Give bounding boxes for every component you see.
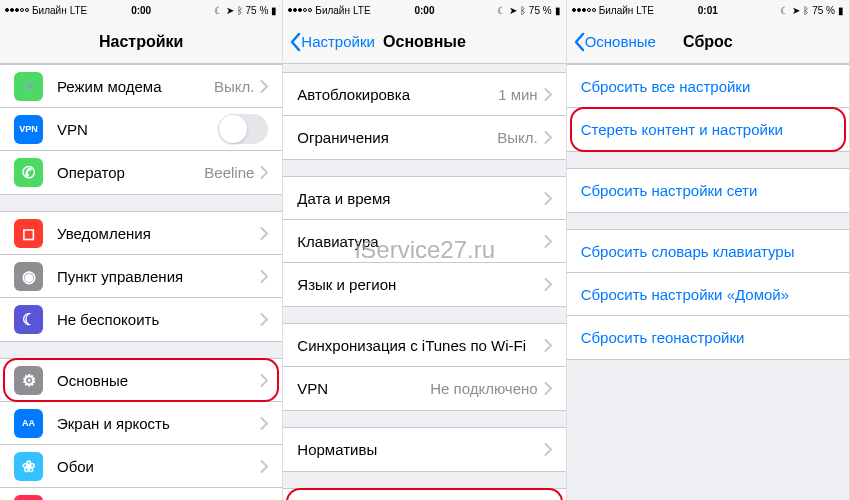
row-label: Стереть контент и настройки	[581, 121, 783, 138]
battery-pct: 75 %	[812, 5, 835, 16]
chevron-right-icon	[544, 131, 552, 144]
settings-row[interactable]: Язык и регион	[283, 263, 565, 306]
navbar: Основные Сброс	[567, 20, 849, 64]
row-label: Язык и регион	[297, 276, 543, 293]
row-label: Пункт управления	[57, 268, 260, 285]
chevron-right-icon	[544, 88, 552, 101]
action-row[interactable]: Сбросить все настройки	[567, 65, 849, 108]
settings-row[interactable]: VPNVPN	[0, 108, 282, 151]
group: ⚙ОсновныеAAЭкран и яркость❀Обои♪Звуки◉To…	[0, 358, 282, 500]
row-label: Не беспокоить	[57, 311, 260, 328]
row-label: Уведомления	[57, 225, 260, 242]
action-row[interactable]: Сбросить настройки сети	[567, 169, 849, 212]
chevron-right-icon	[544, 278, 552, 291]
group: Автоблокировка1 минОграниченияВыкл.	[283, 72, 565, 160]
reset-screen: Билайн LTE 0:01 ☾ ➤ ᛒ 75 % ▮ Основные Сб…	[567, 0, 850, 500]
row-label: Сбросить геонастройки	[581, 329, 745, 346]
back-button[interactable]: Основные	[573, 32, 656, 52]
settings-row[interactable]: Дата и время	[283, 177, 565, 220]
settings-row[interactable]: ⚙Основные	[0, 359, 282, 402]
phone-icon: ✆	[14, 158, 43, 187]
row-label: Дата и время	[297, 190, 543, 207]
content[interactable]: Автоблокировка1 минОграниченияВыкл.Дата …	[283, 64, 565, 500]
action-row[interactable]: Сбросить геонастройки	[567, 316, 849, 359]
settings-row[interactable]: Автоблокировка1 мин	[283, 73, 565, 116]
group: Дата и времяКлавиатураЯзык и регион	[283, 176, 565, 307]
settings-row[interactable]: ❀Обои	[0, 445, 282, 488]
settings-screen: Билайн LTE 0:00 ☾ ➤ ᛒ 75 % ▮ Настройки 🔗…	[0, 0, 283, 500]
carrier-label: Билайн	[315, 5, 350, 16]
row-label: Экран и яркость	[57, 415, 260, 432]
battery-icon: ▮	[555, 5, 561, 16]
settings-row[interactable]: VPNНе подключено	[283, 367, 565, 410]
row-label: VPN	[297, 380, 430, 397]
general-screen: Билайн LTE 0:00 ☾ ➤ ᛒ 75 % ▮ Настройки О…	[283, 0, 566, 500]
location-icon: ➤	[226, 5, 234, 16]
chevron-right-icon	[260, 313, 268, 326]
settings-row[interactable]: AAЭкран и яркость	[0, 402, 282, 445]
signal-dots	[572, 8, 596, 12]
settings-row[interactable]: ОграниченияВыкл.	[283, 116, 565, 159]
settings-row[interactable]: Клавиатура	[283, 220, 565, 263]
row-label: Сбросить настройки «Домой»	[581, 286, 789, 303]
sounds-icon: ♪	[14, 495, 43, 501]
row-value: Не подключено	[430, 380, 537, 397]
carrier-label: Билайн	[32, 5, 67, 16]
group: Сбросить словарь клавиатурыСбросить наст…	[567, 229, 849, 360]
settings-row[interactable]: 🔗Режим модемаВыкл.	[0, 65, 282, 108]
vpn-icon: VPN	[14, 115, 43, 144]
highlight	[286, 488, 562, 500]
action-row[interactable]: Сбросить настройки «Домой»	[567, 273, 849, 316]
time-label: 0:00	[414, 5, 434, 16]
row-label: Ограничения	[297, 129, 497, 146]
group: Нормативы	[283, 427, 565, 472]
row-label: Режим модема	[57, 78, 214, 95]
settings-row[interactable]: Нормативы	[283, 428, 565, 471]
carrier-label: Билайн	[599, 5, 634, 16]
moon-icon: ☾	[214, 5, 223, 16]
chevron-right-icon	[544, 192, 552, 205]
settings-row[interactable]: ◉Пункт управления	[0, 255, 282, 298]
battery-pct: 75 %	[529, 5, 552, 16]
content[interactable]: Сбросить все настройкиСтереть контент и …	[567, 64, 849, 500]
settings-row[interactable]: ♪Звуки	[0, 488, 282, 500]
page-title: Основные	[383, 33, 466, 51]
settings-row[interactable]: Синхронизация с iTunes по Wi-Fi	[283, 324, 565, 367]
row-value: Выкл.	[497, 129, 537, 146]
action-row[interactable]: Стереть контент и настройки	[567, 108, 849, 151]
settings-row[interactable]: ☾Не беспокоить	[0, 298, 282, 341]
group: ◻Уведомления◉Пункт управления☾Не беспоко…	[0, 211, 282, 342]
group: 🔗Режим модемаВыкл.VPNVPN✆ОператорBeeline	[0, 64, 282, 195]
network-label: LTE	[353, 5, 371, 16]
navbar: Настройки Основные	[283, 20, 565, 64]
action-row[interactable]: Сбросить словарь клавиатуры	[567, 230, 849, 273]
settings-row[interactable]: ◻Уведомления	[0, 212, 282, 255]
battery-pct: 75 %	[246, 5, 269, 16]
row-label: VPN	[57, 121, 218, 138]
bluetooth-icon: ᛒ	[520, 5, 526, 16]
row-label: Сбросить настройки сети	[581, 182, 758, 199]
chevron-right-icon	[260, 227, 268, 240]
row-label: Синхронизация с iTunes по Wi-Fi	[297, 337, 543, 354]
chevron-right-icon	[260, 460, 268, 473]
control-icon: ◉	[14, 262, 43, 291]
wallpaper-icon: ❀	[14, 452, 43, 481]
back-label: Основные	[585, 33, 656, 50]
settings-row[interactable]: Сброс	[283, 489, 565, 500]
toggle-switch[interactable]	[218, 114, 268, 144]
row-label: Сбросить все настройки	[581, 78, 751, 95]
signal-dots	[5, 8, 29, 12]
moon-icon: ☾	[780, 5, 789, 16]
row-label: Сбросить словарь клавиатуры	[581, 243, 795, 260]
location-icon: ➤	[792, 5, 800, 16]
chevron-right-icon	[544, 382, 552, 395]
settings-row[interactable]: ✆ОператорBeeline	[0, 151, 282, 194]
content[interactable]: 🔗Режим модемаВыкл.VPNVPN✆ОператорBeeline…	[0, 64, 282, 500]
back-button[interactable]: Настройки	[289, 32, 375, 52]
group: Сброс	[283, 488, 565, 500]
group: Сбросить настройки сети	[567, 168, 849, 213]
status-bar: Билайн LTE 0:01 ☾ ➤ ᛒ 75 % ▮	[567, 0, 849, 20]
hotspot-icon: 🔗	[14, 72, 43, 101]
battery-icon: ▮	[271, 5, 277, 16]
chevron-right-icon	[260, 166, 268, 179]
